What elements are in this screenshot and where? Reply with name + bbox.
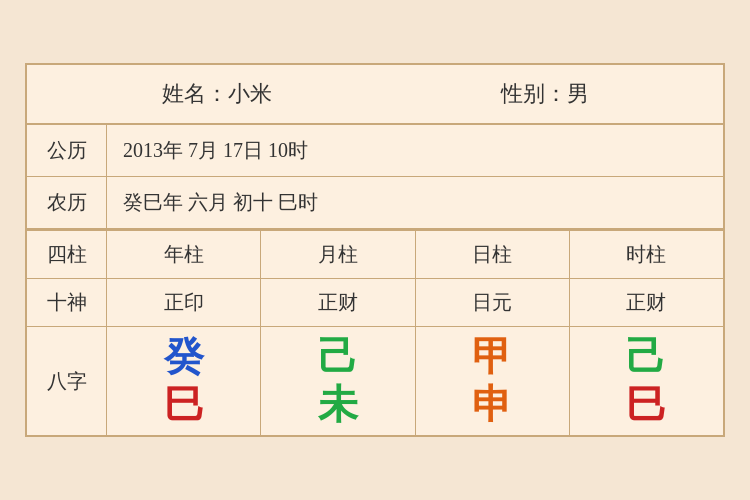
bazhi-col-0: 癸 巳 [107, 327, 261, 435]
bazhi-0-bottom: 巳 [164, 383, 204, 427]
gender-label: 性别：男 [501, 79, 589, 109]
sizhu-label: 四柱 [27, 231, 107, 278]
bazhi-row: 八字 癸 巳 己 未 甲 申 己 巳 [27, 327, 723, 435]
bazhi-col-1: 己 未 [261, 327, 415, 435]
shishen-row: 十神 正印 正财 日元 正财 [27, 279, 723, 327]
lunar-row: 农历 癸巳年 六月 初十 巳时 [27, 177, 723, 229]
bazhi-label: 八字 [27, 327, 107, 435]
col-year: 年柱 [107, 231, 261, 278]
shishen-3: 正财 [570, 279, 723, 326]
bazhi-3-top: 己 [626, 335, 666, 379]
lunar-value: 癸巳年 六月 初十 巳时 [107, 177, 723, 228]
columns-row: 四柱 年柱 月柱 日柱 时柱 [27, 231, 723, 279]
table-section: 四柱 年柱 月柱 日柱 时柱 十神 正印 正财 日元 正财 八字 癸 巳 己 未 [27, 229, 723, 435]
shishen-label: 十神 [27, 279, 107, 326]
col-day: 日柱 [416, 231, 570, 278]
header-row: 姓名：小米 性别：男 [27, 65, 723, 125]
lunar-label: 农历 [27, 177, 107, 228]
bazhi-1-top: 己 [318, 335, 358, 379]
bazhi-col-2: 甲 申 [416, 327, 570, 435]
bazhi-2-top: 甲 [472, 335, 512, 379]
name-label: 姓名：小米 [162, 79, 272, 109]
bazhi-0-top: 癸 [164, 335, 204, 379]
shishen-2: 日元 [416, 279, 570, 326]
bazhi-2-bottom: 申 [472, 383, 512, 427]
bazhi-col-3: 己 巳 [570, 327, 723, 435]
bazhi-1-bottom: 未 [318, 383, 358, 427]
gregorian-row: 公历 2013年 7月 17日 10时 [27, 125, 723, 177]
col-month: 月柱 [261, 231, 415, 278]
bazhi-3-bottom: 巳 [626, 383, 666, 427]
main-container: 姓名：小米 性别：男 公历 2013年 7月 17日 10时 农历 癸巳年 六月… [25, 63, 725, 437]
shishen-1: 正财 [261, 279, 415, 326]
shishen-0: 正印 [107, 279, 261, 326]
col-hour: 时柱 [570, 231, 723, 278]
gregorian-label: 公历 [27, 125, 107, 176]
gregorian-value: 2013年 7月 17日 10时 [107, 125, 723, 176]
